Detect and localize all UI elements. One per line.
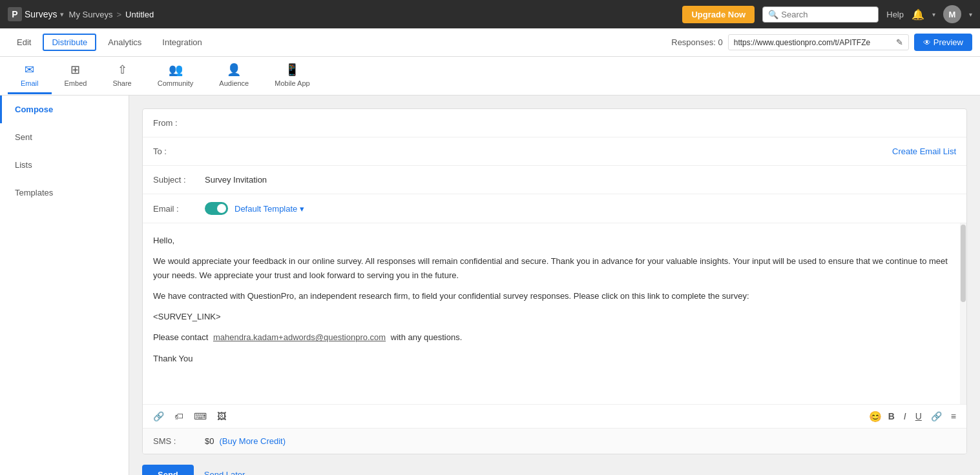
greeting-text: Hello, [153,234,950,248]
nav-analytics[interactable]: Analytics [99,34,151,51]
nav-integration[interactable]: Integration [153,34,211,51]
embed-nav-label: Embed [65,79,87,87]
emoji-icon: 😊 [869,410,882,423]
second-nav-bar: Edit Distribute Analytics Integration Re… [0,28,980,57]
icon-nav-email[interactable]: ✉ Email [8,57,52,94]
thank-you-text: Thank You [153,352,950,366]
email-template-label: Email : [153,204,205,214]
subject-value[interactable]: Survey Invitation [205,175,956,185]
toolbar-underline-btn[interactable]: U [913,410,924,423]
email-toggle[interactable] [205,202,228,215]
icon-nav-community[interactable]: 👥 Community [145,57,207,94]
search-input[interactable] [781,10,873,19]
to-row: To : Create Email List [143,137,966,166]
create-email-list-link[interactable]: Create Email List [892,147,956,156]
help-link[interactable]: Help [886,10,904,19]
notification-dropdown-arrow[interactable]: ▾ [932,11,935,18]
preview-icon: 👁 [923,38,931,47]
send-button[interactable]: Send [142,465,194,475]
top-nav-right: Upgrade Now 🔍 Help 🔔 ▾ M ▾ [682,5,972,23]
edit-url-icon[interactable]: ✎ [896,37,903,47]
contact-email: mahendra.kadam+adwords@questionpro.com [213,332,386,342]
second-nav-right: Responses: 0 https://www.questionpro.com… [671,34,972,51]
sms-value: $0 [205,436,214,446]
survey-url-display: https://www.questionpro.com/t/APITFZe ✎ [728,34,909,50]
embed-icon: ⊞ [70,63,80,77]
logo[interactable]: P Surveys ▾ [8,7,64,21]
to-label: To : [153,147,205,156]
breadcrumb-current: Untitled [125,10,154,19]
default-template-dropdown[interactable]: Default Template ▾ [235,204,304,214]
sidebar-item-sent[interactable]: Sent [0,123,129,151]
scrollbar-track [960,223,966,404]
main-layout: Compose Sent Lists Templates From : To :… [0,96,980,475]
toolbar-keyboard-btn[interactable]: ⌨ [191,410,209,423]
send-area: Send Send Later [142,454,967,475]
toolbar-align-btn[interactable]: ≡ [948,410,959,423]
icon-nav-embed[interactable]: ⊞ Embed [52,57,100,94]
breadcrumb: My Surveys > Untitled [69,10,154,19]
send-later-link[interactable]: Send Later [204,470,245,475]
toolbar-left: 🔗 🏷 ⌨ 🖼 [151,410,229,423]
community-nav-label: Community [158,79,194,87]
mobile-app-icon: 📱 [285,63,299,77]
body-para2: We have contracted with QuestionPro, an … [153,289,950,303]
editor-toolbar: 🔗 🏷 ⌨ 🖼 😊 B I U 🔗 ≡ [143,404,966,428]
audience-nav-label: Audience [219,79,249,87]
email-body[interactable]: Hello, We would appreciate your feedback… [143,223,966,404]
from-label: From : [153,118,205,128]
sidebar: Compose Sent Lists Templates [0,96,129,475]
from-row: From : [143,109,966,137]
toolbar-right: 😊 B I U 🔗 ≡ [869,410,959,423]
body-para1: We would appreciate your feedback in our… [153,254,950,283]
nav-distribute[interactable]: Distribute [43,34,96,51]
template-dropdown-arrow: ▾ [300,204,304,214]
user-avatar[interactable]: M [943,5,961,23]
subject-row: Subject : Survey Invitation [143,166,966,194]
search-icon: 🔍 [768,10,778,19]
toolbar-tag-btn[interactable]: 🏷 [172,410,186,423]
survey-link: <SURVEY_LINK> [153,310,950,324]
p-icon: P [8,7,22,21]
email-icon: ✉ [25,63,34,77]
audience-icon: 👤 [227,63,241,77]
survey-url-text: https://www.questionpro.com/t/APITFZe [734,38,870,47]
breadcrumb-separator: > [116,10,121,19]
content-area: From : To : Create Email List Subject : … [129,96,980,475]
sidebar-item-templates[interactable]: Templates [0,179,129,207]
email-card: From : To : Create Email List Subject : … [142,108,967,454]
mobile-app-nav-label: Mobile App [275,79,309,87]
toolbar-image-btn[interactable]: 🖼 [214,410,229,423]
toolbar-italic-btn[interactable]: I [901,410,909,423]
top-nav-bar: P Surveys ▾ My Surveys > Untitled Upgrad… [0,0,980,28]
bell-icon[interactable]: 🔔 [912,8,924,21]
subject-label: Subject : [153,175,205,185]
icon-nav-bar: ✉ Email ⊞ Embed ⇧ Share 👥 Community 👤 Au… [0,57,980,96]
user-dropdown-arrow[interactable]: ▾ [969,11,972,18]
email-body-scroll: Hello, We would appreciate your feedback… [153,234,956,372]
toolbar-hyperlink-btn[interactable]: 🔗 [928,410,944,423]
buy-credit-link[interactable]: (Buy More Credit) [219,436,286,446]
upgrade-button[interactable]: Upgrade Now [682,6,755,23]
contact-info: Please contact mahendra.kadam+adwords@qu… [153,330,950,345]
logo-dropdown-arrow[interactable]: ▾ [60,10,64,19]
icon-nav-mobile-app[interactable]: 📱 Mobile App [262,57,322,94]
scrollbar-thumb [961,225,966,302]
share-nav-label: Share [112,79,131,87]
nav-edit[interactable]: Edit [8,34,40,51]
sms-row: SMS : $0 (Buy More Credit) [143,428,966,454]
icon-nav-share[interactable]: ⇧ Share [99,57,144,94]
sidebar-item-compose[interactable]: Compose [0,96,129,123]
sms-label: SMS : [153,436,205,446]
responses-label: Responses: 0 [671,37,723,47]
toolbar-link-btn[interactable]: 🔗 [151,410,167,423]
sidebar-item-lists[interactable]: Lists [0,151,129,179]
breadcrumb-my-surveys[interactable]: My Surveys [69,10,113,19]
toolbar-bold-btn[interactable]: B [886,410,897,423]
email-template-row: Email : Default Template ▾ [143,194,966,223]
surveys-label: Surveys [25,9,57,19]
icon-nav-audience[interactable]: 👤 Audience [206,57,262,94]
community-icon: 👥 [169,63,183,77]
email-nav-label: Email [21,79,39,87]
preview-button[interactable]: 👁 Preview [914,34,972,51]
